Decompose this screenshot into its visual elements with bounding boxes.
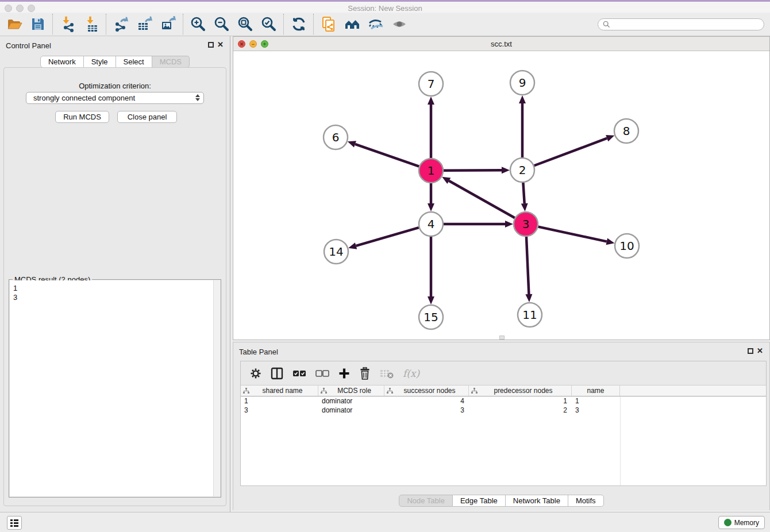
table-row[interactable]: 1dominator411 <box>241 396 766 406</box>
toolbar-separator <box>183 14 183 34</box>
close-panel-button[interactable]: Close panel <box>117 111 177 123</box>
graph-node-label: 10 <box>619 239 634 253</box>
first-neighbors-icon[interactable] <box>340 14 364 34</box>
export-table-icon[interactable] <box>133 14 156 34</box>
show-all-icon[interactable] <box>387 14 411 34</box>
result-scrollbar[interactable] <box>213 280 220 496</box>
node-table: shared name MCDS role successor nodes pr… <box>241 385 766 485</box>
hide-selected-icon[interactable] <box>364 14 387 34</box>
tab-edge-table[interactable]: Edge Table <box>453 495 506 507</box>
graph-edge-2-3[interactable] <box>523 183 524 203</box>
splitter-handle[interactable] <box>499 336 505 340</box>
tab-network-table[interactable]: Network Table <box>506 495 568 507</box>
save-session-icon[interactable] <box>26 14 49 34</box>
tab-node-table[interactable]: Node Table <box>399 495 453 507</box>
table-cell[interactable]: 3 <box>241 406 318 415</box>
tab-network[interactable]: Network <box>40 56 84 68</box>
close-panel-icon[interactable]: ✕ <box>757 346 763 355</box>
search-input[interactable] <box>610 20 759 28</box>
column-type-icon <box>387 388 393 394</box>
graph-node-label: 7 <box>428 77 435 91</box>
column-header-label: predecessor nodes <box>478 387 569 395</box>
deselect-all-icon[interactable] <box>315 369 329 377</box>
tab-mcds[interactable]: MCDS <box>152 56 190 68</box>
graph-node-label: 3 <box>522 217 530 231</box>
control-panel-tabs: NetworkStyleSelectMCDS <box>0 56 230 68</box>
delete-column-icon[interactable] <box>359 367 371 380</box>
column-header-successor-nodes[interactable]: successor nodes <box>384 385 469 396</box>
graph-node-label: 6 <box>332 130 340 144</box>
table-cell[interactable]: 1 <box>469 396 572 406</box>
node-table-header: shared name MCDS role successor nodes pr… <box>241 385 766 396</box>
select-all-icon[interactable] <box>292 369 306 377</box>
column-header-shared-name[interactable]: shared name <box>241 385 318 396</box>
float-panel-icon[interactable] <box>208 42 214 48</box>
network-graph[interactable]: 7968124314101511 <box>233 51 769 340</box>
import-network-icon[interactable] <box>56 14 79 34</box>
table-toolbar: f(x) <box>241 361 766 385</box>
tab-select[interactable]: Select <box>116 56 152 68</box>
table-cell[interactable]: 2 <box>469 406 572 415</box>
graph-edge-3-11[interactable] <box>526 237 529 294</box>
table-panel: Table Panel ✕ <box>233 342 770 510</box>
graph-edge-2-8[interactable] <box>534 138 607 166</box>
mcds-result-box: MCDS result (2 nodes) 1 3 <box>9 279 221 498</box>
import-table-icon[interactable] <box>79 14 103 34</box>
network-canvas[interactable]: 7968124314101511 <box>233 51 769 340</box>
network-title: scc.txt <box>233 40 769 48</box>
graph-node-label: 15 <box>424 310 438 324</box>
tab-style[interactable]: Style <box>84 56 116 68</box>
float-panel-icon[interactable] <box>748 348 753 354</box>
open-file-icon[interactable] <box>2 14 26 34</box>
gear-icon[interactable] <box>250 368 261 379</box>
close-panel-icon[interactable]: ✕ <box>217 40 224 49</box>
mcds-tab-pane: Optimization criterion: strongly connect… <box>3 67 226 506</box>
table-cell[interactable]: dominator <box>318 396 384 406</box>
graph-edge-3-10[interactable] <box>538 227 607 242</box>
apply-layout-icon[interactable] <box>287 14 310 34</box>
column-header-label: successor nodes <box>393 387 466 395</box>
clone-network-icon[interactable] <box>317 14 340 34</box>
memory-button[interactable]: Memory <box>718 516 765 529</box>
zoom-fit-icon[interactable] <box>233 14 257 34</box>
add-column-icon[interactable] <box>338 368 350 379</box>
column-header-MCDS-role[interactable]: MCDS role <box>318 385 384 396</box>
graph-edge-1-2[interactable] <box>444 170 502 171</box>
graph-node-label: 14 <box>329 245 343 259</box>
column-header-label: name <box>574 387 617 395</box>
graph-edge-1-6[interactable] <box>355 144 419 167</box>
graph-edge-4-14[interactable] <box>356 228 419 246</box>
network-window-titlebar[interactable]: ✕ − + scc.txt <box>233 37 769 51</box>
mcds-result-lines: 1 3 <box>13 284 17 302</box>
mcds-result-area[interactable]: 1 3 <box>10 280 220 496</box>
table-cell[interactable]: 3 <box>572 406 620 415</box>
dropdown-stepper-icon <box>195 94 200 101</box>
zoom-selected-icon[interactable] <box>257 14 280 34</box>
graph-node-label: 2 <box>519 163 526 177</box>
graph-edge-3-1[interactable] <box>449 181 514 218</box>
table-cell[interactable]: 1 <box>572 396 620 406</box>
run-mcds-button[interactable]: Run MCDS <box>55 111 109 123</box>
optimization-criterion-dropdown[interactable]: strongly connected component <box>26 92 204 104</box>
export-network-icon[interactable] <box>109 14 133 34</box>
table-panel-tabs: Node TableEdge TableNetwork TableMotifs <box>233 495 769 507</box>
column-header-label: shared name <box>249 387 315 395</box>
search-box[interactable] <box>598 18 764 30</box>
function-builder-icon[interactable]: f(x) <box>403 368 419 379</box>
column-header-predecessor-nodes[interactable]: predecessor nodes <box>469 385 572 396</box>
export-image-icon[interactable] <box>156 14 180 34</box>
zoom-in-icon[interactable] <box>186 14 210 34</box>
column-header-name[interactable]: name <box>572 385 620 396</box>
zoom-out-icon[interactable] <box>210 14 233 34</box>
table-cell[interactable]: 1 <box>241 396 318 406</box>
table-cell[interactable]: 3 <box>384 406 469 415</box>
task-history-button[interactable] <box>7 516 22 530</box>
table-cell[interactable]: 4 <box>384 396 469 406</box>
table-row[interactable]: 3dominator323 <box>241 406 766 415</box>
node-table-body: 1dominator4113dominator323 <box>241 396 766 415</box>
delete-table-icon[interactable] <box>380 368 394 379</box>
table-cell[interactable]: dominator <box>318 406 384 415</box>
columns-icon[interactable] <box>271 367 283 380</box>
column-type-icon <box>321 388 327 394</box>
tab-motifs[interactable]: Motifs <box>568 495 604 507</box>
